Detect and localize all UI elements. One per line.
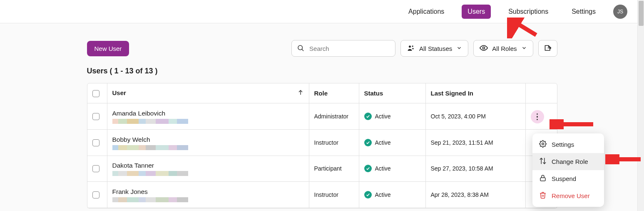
status-label: Active [375, 165, 391, 172]
nav-applications[interactable]: Applications [403, 5, 450, 19]
new-user-button[interactable]: New User [87, 41, 129, 56]
menu-item-settings-label: Settings [552, 141, 574, 148]
redacted-email [112, 145, 304, 150]
search-icon [297, 44, 304, 53]
svg-point-7 [542, 143, 544, 145]
eye-icon [480, 45, 488, 53]
cell-role: Administrator [309, 103, 359, 130]
cell-status: Active [364, 113, 420, 120]
cell-status: Active [364, 191, 420, 198]
user-name: Dakota Tanner [112, 162, 304, 169]
search-input[interactable] [308, 45, 390, 53]
col-header-user[interactable]: User [107, 83, 309, 103]
select-all-checkbox[interactable] [92, 90, 99, 97]
menu-item-remove-user-label: Remove User [552, 192, 590, 199]
chevron-down-icon [521, 45, 527, 52]
redacted-email [112, 171, 304, 176]
row-checkbox[interactable] [92, 165, 99, 172]
nav-users[interactable]: Users [462, 5, 491, 19]
user-name: Amanda Leibovich [112, 110, 304, 117]
cell-last-signed-in: Sep 27, 2023, 10:58 AM [425, 156, 525, 182]
svg-point-3 [412, 45, 413, 47]
menu-item-remove-user[interactable]: Remove User [532, 187, 604, 204]
row-actions-button[interactable] [531, 110, 544, 123]
top-nav: Applications Users Subscriptions Setting… [0, 0, 644, 23]
export-icon [544, 44, 552, 53]
menu-item-suspend-label: Suspend [552, 175, 576, 182]
cell-status: Active [364, 165, 420, 172]
redacted-email [112, 119, 304, 124]
table-row: Amanda LeibovichAdministratorActiveOct 5… [87, 103, 557, 130]
svg-point-2 [409, 45, 411, 48]
table-row: Bobby WelchInstructorActiveSep 21, 2023,… [87, 130, 557, 156]
status-active-icon [364, 165, 372, 172]
row-checkbox[interactable] [92, 191, 99, 198]
row-checkbox[interactable] [92, 113, 99, 120]
gear-icon [539, 140, 547, 149]
avatar[interactable]: JS [613, 5, 627, 19]
results-count: Users ( 1 - 13 of 13 ) [87, 67, 557, 75]
cell-role: Participant [309, 156, 359, 182]
users-table: User Role Status Last Signed In Amanda L… [87, 83, 557, 208]
col-header-user-label: User [112, 89, 126, 96]
scrollbar-thumb[interactable] [639, 1, 644, 26]
menu-item-suspend[interactable]: Suspend [532, 170, 604, 187]
menu-item-change-role-label: Change Role [552, 158, 588, 165]
trash-icon [539, 191, 547, 200]
lock-icon [539, 174, 547, 183]
status-active-icon [364, 139, 372, 146]
page-toolbar: New User All Statuses [87, 40, 557, 57]
sort-asc-icon [297, 89, 304, 97]
scrollbar[interactable] [637, 0, 644, 211]
cell-status: Active [364, 139, 420, 146]
svg-point-4 [412, 48, 413, 49]
nav-subscriptions[interactable]: Subscriptions [502, 5, 554, 19]
row-checkbox[interactable] [92, 139, 99, 146]
svg-line-1 [302, 49, 303, 51]
status-label: Active [375, 139, 391, 146]
menu-item-change-role[interactable]: Change Role [532, 153, 604, 170]
cell-last-signed-in: Oct 5, 2023, 4:00 PM [425, 103, 525, 130]
menu-item-settings[interactable]: Settings [532, 136, 604, 153]
table-row: Dakota TannerParticipantActiveSep 27, 20… [87, 156, 557, 182]
svg-point-5 [483, 47, 485, 49]
col-header-last-signed-in[interactable]: Last Signed In [425, 83, 525, 103]
col-header-status[interactable]: Status [359, 83, 425, 103]
role-filter-label: All Roles [492, 45, 517, 52]
status-filter[interactable]: All Statuses [400, 40, 468, 57]
cell-role: Instructor [309, 182, 359, 208]
people-icon [407, 44, 415, 53]
cell-role: Instructor [309, 130, 359, 156]
redacted-email [112, 197, 304, 202]
cell-last-signed-in: Apr 28, 2023, 8:38 AM [425, 182, 525, 208]
search-field-wrap[interactable] [291, 40, 395, 57]
status-label: Active [375, 191, 391, 198]
table-row: Frank JonesInstructorActiveApr 28, 2023,… [87, 182, 557, 208]
svg-rect-8 [540, 178, 545, 181]
more-vertical-icon [537, 113, 538, 121]
row-actions-menu: Settings Change Role Suspend Remove User [532, 133, 604, 207]
status-filter-label: All Statuses [419, 45, 452, 52]
status-active-icon [364, 113, 372, 120]
swap-icon [539, 157, 547, 166]
status-label: Active [375, 113, 391, 120]
export-button[interactable] [538, 40, 557, 57]
role-filter[interactable]: All Roles [473, 40, 533, 57]
col-header-role[interactable]: Role [309, 83, 359, 103]
chevron-down-icon [456, 45, 462, 52]
user-name: Bobby Welch [112, 136, 304, 143]
col-header-actions [525, 83, 557, 103]
nav-settings[interactable]: Settings [566, 5, 602, 19]
user-name: Frank Jones [112, 188, 304, 196]
status-active-icon [364, 191, 372, 198]
cell-last-signed-in: Sep 21, 2023, 11:51 AM [425, 130, 525, 156]
